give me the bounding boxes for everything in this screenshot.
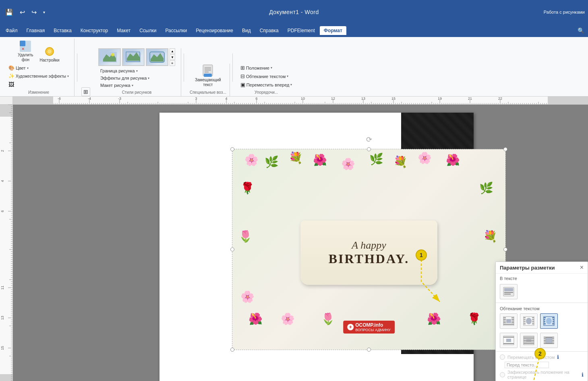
- menu-help[interactable]: Справка: [256, 26, 283, 35]
- wrap-behind-btn[interactable]: [520, 333, 538, 348]
- panel-header: Параметры разметки ×: [496, 262, 588, 274]
- text-wrap-label: Обтекание текстом: [246, 74, 286, 79]
- gallery-down[interactable]: ▼: [170, 54, 175, 60]
- placeholder-text-button[interactable]: Замещающийтекст: [193, 64, 224, 89]
- svg-point-6: [111, 53, 114, 56]
- menu-view[interactable]: Вид: [238, 26, 255, 35]
- vertical-ruler: [0, 105, 13, 381]
- save-button[interactable]: 💾: [3, 8, 15, 17]
- flower-4: 🌺: [313, 153, 327, 167]
- move-info-icon[interactable]: ℹ: [557, 354, 559, 360]
- border-pic-button[interactable]: Граница рисунка ▾: [98, 68, 151, 74]
- image-container[interactable]: ⟳ 🌸 🌿 💐 🌺 🌸 🌿 💐 🌸 🌺 🌹 🌷 🌸 🌿: [232, 149, 506, 350]
- flower-12: 🌸: [240, 290, 255, 303]
- position-label: Положение: [246, 66, 269, 70]
- in-text-icon-btn[interactable]: [500, 284, 518, 299]
- before-text-input[interactable]: [505, 362, 549, 368]
- qat-customize-button[interactable]: ▾: [41, 9, 47, 15]
- border-pic-label: Граница рисунка: [100, 68, 135, 73]
- menu-review[interactable]: Рецензирование: [192, 26, 237, 35]
- ribbon-group-pic-styles: ▲ ▼ ≡ Граница рисунка ▾ Эффекты для рису…: [93, 48, 181, 96]
- remove-bg-button[interactable]: ✕ Удалитьфон: [15, 39, 35, 64]
- panel-title: Параметры разметки: [500, 265, 555, 271]
- title-bar-left: 💾 ↩ ↪ ▾: [3, 8, 47, 17]
- in-text-label: В тексте: [496, 274, 588, 282]
- fix-info-icon[interactable]: ℹ: [582, 372, 584, 378]
- rotate-handle[interactable]: ⟳: [366, 135, 372, 144]
- fix-position-radio[interactable]: [500, 372, 505, 377]
- svg-rect-23: [503, 317, 506, 318]
- menu-format[interactable]: Формат: [320, 26, 346, 35]
- ocomp-name: OCOMP.info: [355, 322, 391, 328]
- birthday-card: 🌸 🌿 💐 🌺 🌸 🌿 💐 🌸 🌺 🌹 🌷 🌸 🌿 💐 🌺 🌸: [232, 149, 505, 350]
- menu-insert[interactable]: Вставка: [50, 26, 76, 35]
- gallery-up[interactable]: ▲: [170, 48, 175, 54]
- undo-button[interactable]: ↩: [18, 8, 27, 17]
- menu-home[interactable]: Главная: [23, 26, 49, 35]
- flower-14: 💐: [483, 230, 497, 243]
- color-button[interactable]: 🎨 Цвет ▾: [6, 64, 71, 72]
- position-button[interactable]: ⊞ Положение ▾: [238, 64, 294, 72]
- wrap-tight-btn[interactable]: [520, 313, 538, 329]
- pic-styles-group-label: Стили рисунков: [122, 90, 152, 95]
- work-context: Работа с рисунками: [544, 10, 585, 14]
- effects-pic-label: Эффекты для рисунка: [100, 76, 147, 80]
- fwd-dd-arrow: ▾: [290, 83, 292, 86]
- effects-pic-button[interactable]: Эффекты для рисунка ▾: [98, 75, 151, 81]
- svg-rect-22: [506, 319, 511, 323]
- wrap-through-btn[interactable]: [540, 313, 558, 329]
- art-effects-button[interactable]: ✨ Художественные эффекты ▾: [6, 72, 71, 80]
- wrap-square-btn[interactable]: [500, 313, 518, 329]
- menu-links[interactable]: Ссылки: [135, 26, 160, 35]
- compress-icon: 🖼: [8, 81, 14, 88]
- text-wrap-icon: ⊟: [240, 73, 245, 79]
- arrange-btns: ⊞ Положение ▾ ⊟ Обтекание текстом ▾ ▣ Пе…: [238, 64, 294, 89]
- redo-button[interactable]: ↪: [29, 8, 39, 17]
- horizontal-ruler: [13, 97, 588, 105]
- menu-pdf[interactable]: PDFElement: [284, 26, 319, 35]
- menu-bar: Файл Главная Вставка Конструктор Макет С…: [0, 24, 588, 37]
- compress-button[interactable]: 🖼: [6, 80, 71, 89]
- settings-button[interactable]: Настройки: [37, 44, 62, 64]
- wrap-topbottom-btn[interactable]: [500, 333, 518, 348]
- ocomp-sub: ВОПРОСЫ АДМИНУ: [355, 328, 391, 332]
- svg-rect-50: [544, 323, 546, 324]
- border-dd-arrow: ▾: [136, 69, 138, 73]
- gallery-more[interactable]: ≡: [170, 60, 175, 66]
- special-group-label: Специальные воз...: [190, 90, 226, 95]
- svg-rect-35: [532, 317, 534, 318]
- color-label: Цвет: [16, 66, 26, 70]
- remove-bg-icon: ✕: [19, 40, 32, 53]
- wrap-infront-btn[interactable]: [540, 333, 558, 348]
- svg-rect-20: [504, 294, 511, 295]
- move-fwd-label: Переместить вперед: [246, 82, 290, 87]
- move-with-text-radio[interactable]: [500, 354, 505, 360]
- ribbon-group-special: Замещающийтекст Специальные воз...: [186, 64, 230, 96]
- menu-mailings[interactable]: Рассылки: [161, 26, 191, 35]
- move-fwd-button[interactable]: ▣ Переместить вперед ▾: [238, 81, 294, 89]
- flower-19: 🌺: [427, 312, 441, 325]
- flower-15: 🌺: [248, 312, 263, 325]
- sep2: [184, 54, 184, 82]
- layout-pic-button[interactable]: Макет рисунка ▾: [98, 82, 151, 89]
- ruler-area: [0, 97, 588, 105]
- gallery-expand-button[interactable]: ⊞: [81, 87, 90, 96]
- flower-17: 🌷: [321, 312, 335, 325]
- text-wrap-button[interactable]: ⊟ Обтекание текстом ▾: [238, 72, 294, 80]
- style-thumb-3[interactable]: [146, 48, 168, 66]
- menu-constructor[interactable]: Конструктор: [77, 26, 112, 35]
- style-thumb-2[interactable]: [122, 48, 145, 66]
- svg-rect-29: [503, 322, 506, 323]
- before-text-row: [505, 362, 584, 368]
- flower-8: 🌸: [418, 151, 432, 165]
- svg-rect-27: [503, 321, 506, 321]
- document-area: ⟳ 🌸 🌿 💐 🌺 🌸 🌿 💐 🌸 🌺 🌹 🌷 🌸 🌿: [13, 105, 588, 381]
- style-thumb-1[interactable]: [98, 48, 121, 66]
- panel-close-button[interactable]: ×: [580, 264, 584, 271]
- menu-file[interactable]: Файл: [2, 26, 22, 35]
- svg-rect-38: [524, 321, 526, 322]
- svg-rect-58: [524, 337, 534, 338]
- search-button[interactable]: 🔍: [576, 27, 586, 35]
- flower-16: 🌸: [281, 312, 295, 325]
- menu-layout[interactable]: Макет: [113, 26, 135, 35]
